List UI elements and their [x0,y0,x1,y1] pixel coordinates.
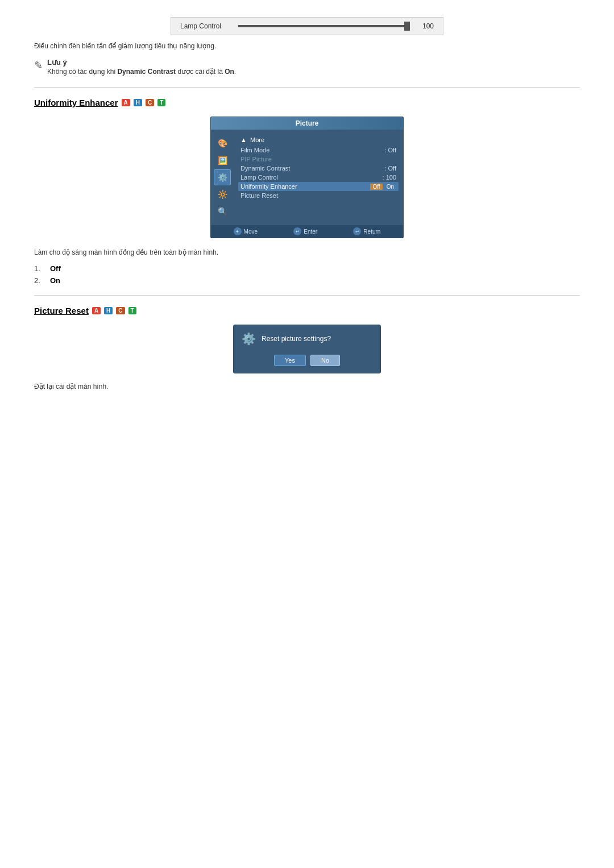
lamp-control-bar: Lamp Control 100 [171,17,443,35]
badge-h: H [134,99,142,106]
note-icon: ✎ [34,59,43,72]
osd-film-mode-label: Film Mode [240,147,269,153]
osd-icon-1: 🎨 [214,135,231,151]
note-bold-on: On [225,68,234,76]
reset-icon: ⚙️ [242,332,256,346]
osd-menu-pip: PIP Picture [238,155,399,164]
list-item-on-num: 2. [34,276,45,285]
picture-reset-description: Đặt lại cài đặt màn hình. [34,383,580,391]
osd-title-bar: Picture [211,117,403,130]
osd-enter-icon: ↵ [293,227,301,235]
osd-dropdown-on: On [384,184,396,190]
reset-no-button[interactable]: No [310,355,340,366]
osd-footer-move: ✦ Move [234,227,258,235]
osd-move-icon: ✦ [234,227,242,235]
badge-t: T [157,99,165,106]
note-bold-dynamic-contrast: Dynamic Contrast [117,68,176,76]
uniformity-enhancer-title: Uniformity Enhancer [34,98,118,107]
note-title: Lưu ý [47,58,236,67]
osd-lamp-control-label: Lamp Control [240,174,278,181]
lamp-description: Điều chỉnh đèn biến tần để giảm lượng ti… [34,42,580,50]
note-box: ✎ Lưu ý Không có tác dụng khi Dynamic Co… [34,58,580,76]
osd-footer: ✦ Move ↵ Enter ↩ Return [211,225,403,238]
badge-a: A [122,99,130,106]
reset-osd-body: ⚙️ Reset picture settings? [234,325,380,352]
divider-1 [34,87,580,88]
osd-icon-5: 🔍 [214,203,231,219]
osd-icon-2: 🖼️ [214,152,231,168]
reset-buttons: Yes No [234,352,380,373]
badge-c: C [146,99,154,106]
note-text-end: . [234,68,236,76]
picture-reset-badge-h: H [104,307,113,314]
uniformity-description: Làm cho độ sáng màn hình đồng đều trên t… [34,248,580,256]
osd-picture-reset-label: Picture Reset [240,192,278,199]
osd-dropdown-off: Off [370,184,382,190]
picture-reset-osd: ⚙️ Reset picture settings? Yes No [233,325,381,373]
osd-menu-items: ▲ More Film Mode : Off PIP Picture Dynam… [234,133,403,222]
picture-reset-badge-a: A [92,307,101,314]
picture-reset-badge-t: T [128,307,136,314]
osd-film-mode-value: : Off [384,147,396,153]
list-item-off-label: Off [50,264,61,273]
uniformity-osd-wrapper: Picture 🎨 🖼️ ⚙️ 🔆 🔍 ▲ More Film Mode : O… [34,117,580,238]
divider-2 [34,295,580,296]
uniformity-osd-menu: Picture 🎨 🖼️ ⚙️ 🔆 🔍 ▲ More Film Mode : O… [210,117,404,238]
osd-body: 🎨 🖼️ ⚙️ 🔆 🔍 ▲ More Film Mode : Off PIP P… [211,130,403,225]
picture-reset-osd-wrapper: ⚙️ Reset picture settings? Yes No [34,325,580,373]
note-text: Không có tác dụng khi Dynamic Contrast đ… [47,68,236,76]
osd-icons-sidebar: 🎨 🖼️ ⚙️ 🔆 🔍 [211,133,234,222]
osd-menu-more: ▲ More [238,135,399,144]
list-item-off-num: 1. [34,264,45,273]
osd-dynamic-contrast-value: : Off [384,165,396,172]
osd-more-label: ▲ More [240,136,264,143]
osd-menu-film-mode: Film Mode : Off [238,146,399,155]
osd-menu-lamp-control: Lamp Control : 100 [238,173,399,182]
osd-return-icon: ↩ [353,227,361,235]
lamp-control-label: Lamp Control [180,22,231,30]
osd-footer-return: ↩ Return [353,227,380,235]
uniformity-options-list: 1. Off 2. On [34,264,580,285]
osd-return-label: Return [363,229,380,235]
osd-menu-picture-reset: Picture Reset [238,191,399,200]
uniformity-enhancer-heading: Uniformity Enhancer A H C T [34,98,580,107]
lamp-slider-thumb [404,22,410,31]
osd-move-label: Move [244,229,258,235]
reset-yes-button[interactable]: Yes [274,355,306,366]
note-text-after: được cài đặt là [176,68,225,76]
picture-reset-heading: Picture Reset A H C T [34,306,580,315]
note-text-before: Không có tác dụng khi [47,68,117,76]
picture-reset-badge-c: C [116,307,125,314]
osd-uniformity-label: Uniformity Enhancer [240,183,297,190]
osd-menu-dynamic-contrast: Dynamic Contrast : Off [238,164,399,173]
reset-question: Reset picture settings? [262,335,331,343]
lamp-control-value: 100 [417,22,434,30]
osd-icon-3-selected: ⚙️ [214,169,231,185]
osd-dynamic-contrast-label: Dynamic Contrast [240,165,290,172]
list-item-on-label: On [50,276,60,285]
osd-pip-label: PIP Picture [240,156,272,163]
list-item-off: 1. Off [34,264,580,273]
lamp-slider-fill [238,25,410,27]
picture-reset-title: Picture Reset [34,306,89,315]
list-item-on: 2. On [34,276,580,285]
osd-enter-label: Enter [304,229,317,235]
osd-lamp-control-value: : 100 [383,174,396,181]
lamp-slider-track[interactable] [238,25,410,27]
osd-footer-enter: ↵ Enter [293,227,317,235]
osd-uniformity-dropdown: Off On [370,183,396,190]
osd-icon-4: 🔆 [214,186,231,202]
note-content: Lưu ý Không có tác dụng khi Dynamic Cont… [47,58,236,76]
osd-menu-uniformity-enhancer[interactable]: Uniformity Enhancer Off On [238,182,399,191]
